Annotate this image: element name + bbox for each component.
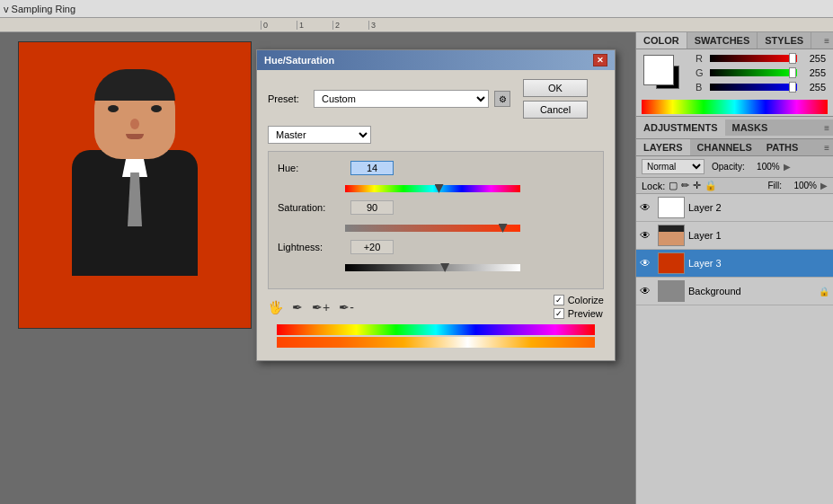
channel-select[interactable]: Master <box>268 126 371 144</box>
saturation-row: Saturation: <box>278 200 594 215</box>
hue-slider-track[interactable] <box>345 185 520 192</box>
colorize-label: Colorize <box>568 295 604 305</box>
hs-section: Hue: Saturation: <box>268 151 604 289</box>
saturation-label: Saturation: <box>278 202 345 213</box>
sample-tool-icon[interactable]: 🖐 <box>268 300 283 314</box>
lightness-label: Lightness: <box>278 242 345 252</box>
preset-label: Preset: <box>268 93 308 104</box>
colorize-row: ✓ Colorize <box>554 295 604 305</box>
dialog-overlay: Hue/Saturation ✕ Preset: Custom ⚙ OK Can… <box>0 0 833 504</box>
eyedropper-minus-icon[interactable]: ✒- <box>339 300 354 314</box>
eyedropper-plus-icon[interactable]: ✒+ <box>312 300 330 314</box>
dialog-close-button[interactable]: ✕ <box>593 54 607 66</box>
eyedropper-icon[interactable]: ✒ <box>292 300 303 314</box>
saturation-input[interactable] <box>350 200 394 215</box>
saturation-slider-thumb[interactable] <box>499 224 508 233</box>
channel-row: Master <box>268 126 604 144</box>
lightness-row: Lightness: <box>278 240 594 254</box>
colorize-section: ✓ Colorize ✓ Preview <box>554 295 604 319</box>
hue-slider-container <box>345 182 520 195</box>
hue-slider-thumb[interactable] <box>435 184 444 193</box>
ok-button[interactable]: OK <box>523 79 588 97</box>
preview-label: Preview <box>568 308 603 319</box>
hue-label: Hue: <box>278 163 345 173</box>
dialog-titlebar: Hue/Saturation ✕ <box>257 50 615 70</box>
color-bar-result <box>277 337 595 348</box>
saturation-slider-container <box>345 222 520 234</box>
lightness-slider-track[interactable] <box>345 264 520 271</box>
lightness-input[interactable] <box>350 240 394 254</box>
preset-row: Preset: Custom ⚙ OK Cancel <box>268 79 604 119</box>
color-bar-rainbow <box>277 324 595 335</box>
preset-select[interactable]: Custom <box>314 90 489 108</box>
colorize-checkbox[interactable]: ✓ <box>554 295 564 305</box>
preset-gear-button[interactable]: ⚙ <box>494 91 510 107</box>
preview-checkbox[interactable]: ✓ <box>554 308 564 319</box>
color-bars <box>268 323 604 351</box>
hue-input[interactable] <box>350 161 394 175</box>
cancel-button[interactable]: Cancel <box>523 101 588 119</box>
dialog-content: Preset: Custom ⚙ OK Cancel Master <box>257 70 615 360</box>
lightness-slider-container <box>345 261 520 274</box>
lightness-slider-thumb[interactable] <box>440 263 449 272</box>
saturation-slider-track[interactable] <box>345 225 520 232</box>
hue-row: Hue: <box>278 161 594 175</box>
hue-saturation-dialog: Hue/Saturation ✕ Preset: Custom ⚙ OK Can… <box>256 49 616 361</box>
dialog-title: Hue/Saturation <box>264 55 334 66</box>
preview-row: ✓ Preview <box>554 308 603 319</box>
